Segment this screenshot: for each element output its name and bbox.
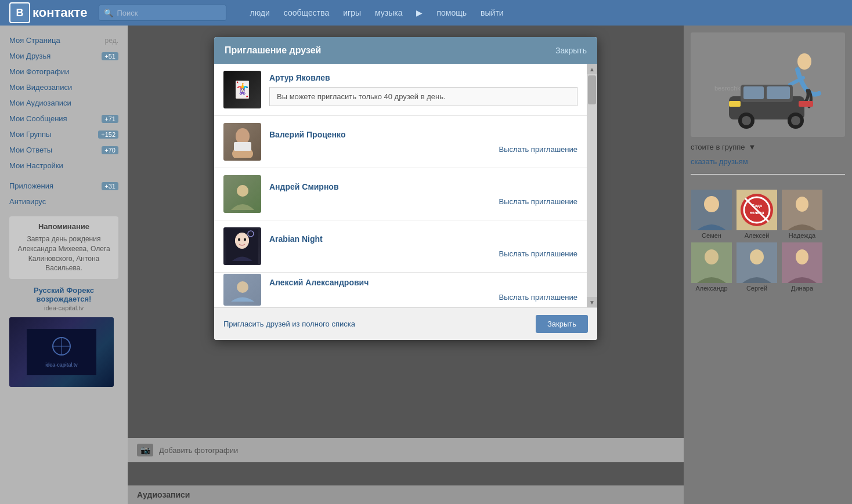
- friends-grid: Семен Сода нельзя Але: [691, 190, 845, 292]
- sidebar-item-answers[interactable]: Мои Ответы +70: [9, 142, 118, 158]
- friend-row-artur: 🃏 Артур Яковлев Вы можете пригласить тол…: [214, 64, 587, 116]
- search-box[interactable]: 🔍: [99, 5, 226, 21]
- scrollbar-thumb[interactable]: [588, 75, 596, 104]
- center-col: 📷 Добавить фотографии Аудиозаписи Пригла…: [128, 26, 684, 504]
- topbar: В контакте 🔍 люди сообщества игры музыка…: [0, 0, 852, 26]
- search-input[interactable]: [117, 9, 221, 17]
- friend-thumb-name-sergei: Сергей: [746, 285, 767, 292]
- sidebar-item-apps[interactable]: Приложения +31: [9, 178, 118, 194]
- sidebar-label-answers: Мои Ответы: [9, 146, 52, 154]
- friend-thumb-dinara: Динара: [781, 242, 823, 292]
- sidebar-item-settings[interactable]: Мои Настройки: [9, 158, 118, 173]
- sidebar-item-messages[interactable]: Мои Сообщения +71: [9, 111, 118, 126]
- topbar-nav: люди сообщества игры музыка ▶ помощь вый…: [250, 8, 503, 17]
- friend-thumb-semen: Семен: [691, 190, 732, 239]
- sidebar-label-settings: Мои Настройки: [9, 161, 63, 170]
- dropdown-icon[interactable]: ▼: [749, 143, 756, 151]
- nav-games[interactable]: игры: [343, 8, 361, 17]
- ad-image: idea-capital.tv: [9, 317, 114, 387]
- friend-name-arabian: Arabian Night: [269, 234, 577, 244]
- invite-btn-arabian[interactable]: Выслать приглашение: [269, 249, 577, 258]
- sidebar-label-friends: Мои Друзья: [9, 52, 50, 60]
- friend-limit-message: Вы можете пригласить только 40 друзей в …: [269, 87, 577, 106]
- stay-in-group-row: стоите в группе ▼: [691, 143, 845, 151]
- invite-btn-andrey[interactable]: Выслать приглашение: [269, 197, 577, 206]
- friend-row-aleksiy: Алексий Александрович Выслать приглашени…: [214, 273, 587, 307]
- nav-logout[interactable]: выйти: [481, 8, 504, 17]
- invite-btn-valeriy[interactable]: Выслать приглашение: [269, 145, 577, 154]
- scrollbar-thumb-area: [587, 74, 597, 297]
- sidebar-label-apps: Приложения: [9, 182, 53, 190]
- svg-point-44: [796, 249, 808, 264]
- scrollbar-down-btn[interactable]: ▼: [587, 297, 597, 307]
- svg-rect-21: [743, 86, 764, 99]
- modal-body: 🃏 Артур Яковлев Вы можете пригласить тол…: [214, 64, 597, 307]
- sidebar-label-photos: Мои Фотографии: [9, 67, 69, 76]
- avatar-arabian-image: [223, 227, 261, 265]
- reminder-title: Напоминание: [15, 222, 113, 231]
- friend-info-arabian: Arabian Night Выслать приглашение: [269, 234, 577, 258]
- sidebar-badge-friends: +51: [102, 52, 118, 60]
- modal-close-link[interactable]: Закрыть: [555, 46, 587, 55]
- friend-info-aleksiy: Алексий Александрович Выслать приглашени…: [269, 278, 577, 302]
- friend-thumb-img-aleksandr[interactable]: [691, 242, 732, 283]
- sidebar-label-my-page: Моя Страница: [9, 36, 60, 45]
- invite-all-link[interactable]: Пригласить друзей из полного списка: [223, 320, 355, 328]
- friend-thumb-name-semen: Семен: [702, 232, 721, 239]
- modal-close-button[interactable]: Закрыть: [536, 315, 588, 333]
- sidebar-item-audio[interactable]: Мои Аудиозаписи: [9, 95, 118, 111]
- svg-point-16: [237, 281, 248, 293]
- right-sidebar: besrochku.ru с: [684, 26, 852, 504]
- car-illustration-svg: besrochku.ru: [712, 38, 839, 131]
- scrollbar-up-btn[interactable]: ▲: [587, 64, 597, 74]
- svg-rect-22: [767, 86, 790, 99]
- tell-friends-link[interactable]: сказать друзьям: [691, 157, 845, 166]
- play-icon[interactable]: ▶: [416, 8, 423, 17]
- reminder-box: Напоминание Завтра день рождения Алексан…: [9, 216, 118, 279]
- sidebar-item-antivirus[interactable]: Антивирус: [9, 194, 118, 209]
- friend-row-arabian: Arabian Night Выслать приглашение: [214, 220, 587, 273]
- avatar-valeriy-image: [223, 123, 261, 161]
- sidebar-item-groups[interactable]: Мои Группы +152: [9, 126, 118, 142]
- friend-avatar-artur: 🃏: [223, 71, 261, 108]
- svg-text:idea-capital.tv: idea-capital.tv: [45, 362, 78, 368]
- ad-title[interactable]: Русский Форекс возрождается!: [9, 286, 118, 303]
- invite-btn-aleksiy[interactable]: Выслать приглашение: [269, 293, 577, 302]
- nav-music[interactable]: музыка: [375, 8, 402, 17]
- friend-thumb-img-semen[interactable]: [691, 190, 732, 230]
- sidebar-badge-apps: +31: [102, 182, 118, 190]
- friend-row-valeriy: Валерий Проценко Выслать приглашение: [214, 116, 587, 168]
- sidebar-item-videos[interactable]: Мои Видеозаписи: [9, 79, 118, 95]
- friend-thumb-name-nadezhda: Надежда: [789, 232, 815, 239]
- friend-name-andrey: Андрей Смирнов: [269, 182, 577, 191]
- friend-thumb-img-dinara[interactable]: [782, 242, 822, 283]
- left-sidebar: Моя Страница ред. Мои Друзья +51 Мои Фот…: [0, 26, 128, 504]
- sidebar-badge-groups: +152: [98, 130, 118, 139]
- friend-thumb-img-sergei[interactable]: [737, 242, 777, 283]
- friend-avatar-valeriy: [223, 123, 261, 161]
- friend-name-artur: Артур Яковлев: [269, 73, 577, 82]
- sidebar-label-videos: Мои Видеозаписи: [9, 83, 72, 92]
- modal-header: Приглашение друзей Закрыть: [214, 37, 597, 64]
- nav-people[interactable]: люди: [250, 8, 269, 17]
- friend-avatar-arabian: [223, 227, 261, 265]
- svg-text:Сода: Сода: [752, 204, 762, 208]
- sidebar-badge-messages: +71: [102, 115, 118, 123]
- right-content: стоите в группе ▼ сказать друзьям Семен: [691, 143, 845, 292]
- nav-communities[interactable]: сообщества: [284, 8, 329, 17]
- svg-point-40: [705, 249, 719, 264]
- nav-help[interactable]: помощь: [436, 8, 467, 17]
- svg-point-24: [742, 116, 751, 125]
- friend-thumb-nadezhda: Надежда: [781, 190, 823, 239]
- search-icon: 🔍: [104, 9, 113, 17]
- friend-thumb-img-aleksei[interactable]: Сода нельзя: [737, 190, 777, 230]
- scrollbar-track: ▲ ▼: [587, 64, 597, 307]
- sidebar-item-photos[interactable]: Мои Фотографии: [9, 64, 118, 79]
- logo[interactable]: В контакте: [9, 2, 87, 23]
- friend-thumb-sergei: Сергей: [736, 242, 778, 292]
- friend-thumb-img-nadezhda[interactable]: [782, 190, 822, 230]
- sidebar-item-friends[interactable]: Мои Друзья +51: [9, 48, 118, 64]
- sidebar-item-my-page[interactable]: Моя Страница ред.: [9, 32, 118, 48]
- friend-name-aleksiy: Алексий Александрович: [269, 278, 577, 287]
- svg-point-9: [237, 185, 248, 197]
